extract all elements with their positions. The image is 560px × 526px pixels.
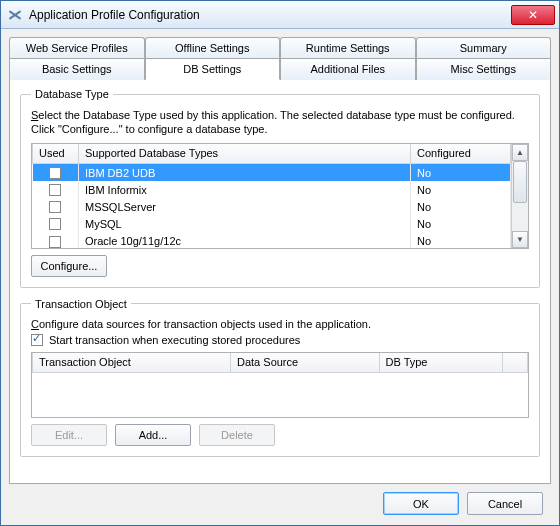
title-bar: Application Profile Configuration ✕ — [1, 1, 559, 29]
db-configured: No — [411, 232, 511, 247]
db-name: IBM DB2 UDB — [79, 164, 411, 182]
delete-button: Delete — [199, 424, 275, 446]
used-checkbox[interactable] — [49, 167, 61, 179]
database-type-hint: Select the Database Type used by this ap… — [31, 108, 529, 137]
transaction-object-hint: Configure data sources for transaction o… — [31, 318, 529, 330]
tab-row-2: Basic Settings DB Settings Additional Fi… — [9, 58, 551, 80]
col-db-type[interactable]: DB Type — [379, 353, 503, 373]
tab-web-service-profiles[interactable]: Web Service Profiles — [9, 37, 145, 58]
scroll-thumb[interactable] — [513, 161, 527, 203]
window-title: Application Profile Configuration — [29, 8, 511, 22]
used-checkbox[interactable] — [49, 184, 61, 196]
db-configured: No — [411, 198, 511, 215]
table-row[interactable]: IBM Informix No — [33, 181, 511, 198]
add-button[interactable]: Add... — [115, 424, 191, 446]
transaction-object-table[interactable]: Transaction Object Data Source DB Type — [32, 353, 528, 374]
database-type-grid: Used Supported Database Types Configured… — [31, 143, 529, 249]
start-transaction-label: Start transaction when executing stored … — [49, 334, 300, 346]
cancel-button[interactable]: Cancel — [467, 492, 543, 515]
dialog-footer: OK Cancel — [9, 484, 551, 515]
tab-misc-settings[interactable]: Misc Settings — [416, 58, 552, 80]
col-transaction-object[interactable]: Transaction Object — [33, 353, 231, 373]
tab-db-settings[interactable]: DB Settings — [145, 58, 281, 80]
tab-runtime-settings[interactable]: Runtime Settings — [280, 37, 416, 58]
used-checkbox[interactable] — [49, 218, 61, 230]
group-database-type: Database Type Select the Database Type u… — [20, 88, 540, 288]
tabs: Web Service Profiles Offline Settings Ru… — [9, 37, 551, 80]
dialog-window: Application Profile Configuration ✕ Web … — [0, 0, 560, 526]
client-area: Web Service Profiles Offline Settings Ru… — [1, 29, 559, 525]
group-database-type-legend: Database Type — [31, 88, 113, 100]
scroll-track[interactable] — [512, 161, 528, 231]
table-row[interactable]: Oracle 10g/11g/12c No — [33, 232, 511, 247]
database-type-table[interactable]: Used Supported Database Types Configured… — [32, 144, 511, 248]
table-row[interactable]: MySQL No — [33, 215, 511, 232]
close-icon: ✕ — [528, 8, 538, 22]
col-configured[interactable]: Configured — [411, 144, 511, 164]
db-name: MySQL — [79, 215, 411, 232]
table-header-row: Transaction Object Data Source DB Type — [33, 353, 528, 373]
table-row[interactable]: IBM DB2 UDB No — [33, 164, 511, 182]
tab-basic-settings[interactable]: Basic Settings — [9, 58, 145, 80]
transaction-object-grid: Transaction Object Data Source DB Type — [31, 352, 529, 418]
app-icon — [7, 7, 23, 23]
col-empty[interactable] — [503, 353, 528, 373]
col-data-source[interactable]: Data Source — [231, 353, 380, 373]
ok-button[interactable]: OK — [383, 492, 459, 515]
start-transaction-checkbox[interactable] — [31, 334, 43, 346]
used-checkbox[interactable] — [49, 236, 61, 248]
table-header-row: Used Supported Database Types Configured — [33, 144, 511, 164]
used-checkbox[interactable] — [49, 201, 61, 213]
tab-summary[interactable]: Summary — [416, 37, 552, 58]
db-configured: No — [411, 164, 511, 182]
tab-additional-files[interactable]: Additional Files — [280, 58, 416, 80]
vertical-scrollbar[interactable]: ▲ ▼ — [511, 144, 528, 248]
tab-panel-db-settings: Database Type Select the Database Type u… — [9, 79, 551, 484]
db-configured: No — [411, 181, 511, 198]
group-transaction-object-legend: Transaction Object — [31, 298, 131, 310]
db-name: Oracle 10g/11g/12c — [79, 232, 411, 247]
db-name: MSSQLServer — [79, 198, 411, 215]
start-transaction-option[interactable]: Start transaction when executing stored … — [31, 334, 529, 346]
table-row[interactable]: MSSQLServer No — [33, 198, 511, 215]
db-name: IBM Informix — [79, 181, 411, 198]
edit-button: Edit... — [31, 424, 107, 446]
configure-button[interactable]: Configure... — [31, 255, 107, 277]
col-used[interactable]: Used — [33, 144, 79, 164]
col-supported-database-types[interactable]: Supported Database Types — [79, 144, 411, 164]
scroll-up-button[interactable]: ▲ — [512, 144, 528, 161]
close-button[interactable]: ✕ — [511, 5, 555, 25]
scroll-down-button[interactable]: ▼ — [512, 231, 528, 248]
tab-offline-settings[interactable]: Offline Settings — [145, 37, 281, 58]
group-transaction-object: Transaction Object Configure data source… — [20, 298, 540, 457]
db-configured: No — [411, 215, 511, 232]
tab-row-1: Web Service Profiles Offline Settings Ru… — [9, 37, 551, 58]
